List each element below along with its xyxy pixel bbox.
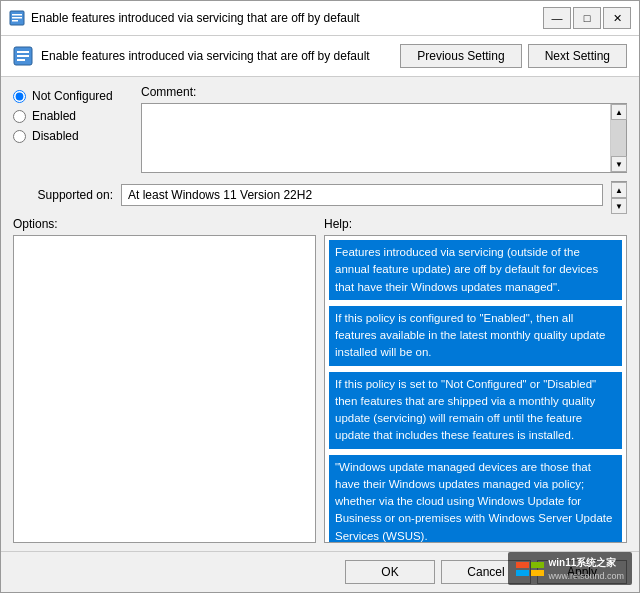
comment-textarea[interactable] (142, 104, 610, 172)
dialog-body: Not Configured Enabled Disabled Comment: (1, 77, 639, 551)
radio-disabled[interactable]: Disabled (13, 129, 133, 143)
help-panel: Help: Features introduced via servicing … (324, 217, 627, 543)
supported-value-wrapper: At least Windows 11 Version 22H2 (121, 184, 603, 206)
svg-rect-2 (12, 17, 22, 19)
dialog-header-buttons: Previous Setting Next Setting (400, 44, 627, 68)
title-bar: Enable features introduced via servicing… (1, 1, 639, 36)
svg-rect-8 (516, 562, 529, 568)
options-panel: Options: (13, 217, 316, 543)
radio-not-configured-input[interactable] (13, 90, 26, 103)
title-bar-controls: — □ ✕ (543, 7, 631, 29)
watermark: win11系统之家 www.relsound.com (508, 552, 632, 585)
dialog-header-title: Enable features introduced via servicing… (41, 49, 392, 63)
comment-scrollbar: ▲ ▼ (610, 104, 626, 172)
help-paragraph-1: Features introduced via servicing (outsi… (329, 240, 622, 300)
radio-disabled-label: Disabled (32, 129, 79, 143)
help-content[interactable]: Features introduced via servicing (outsi… (324, 235, 627, 543)
options-content[interactable] (13, 235, 316, 543)
help-label: Help: (324, 217, 627, 231)
supported-scroll-up[interactable]: ▲ (611, 182, 627, 198)
svg-rect-7 (17, 59, 25, 61)
comment-scroll-up[interactable]: ▲ (611, 104, 627, 120)
title-bar-icon (9, 10, 25, 26)
svg-rect-10 (516, 570, 529, 576)
radio-not-configured[interactable]: Not Configured (13, 89, 133, 103)
radio-group: Not Configured Enabled Disabled (13, 85, 133, 173)
supported-value: At least Windows 11 Version 22H2 (128, 188, 312, 202)
help-paragraph-3: If this policy is set to "Not Configured… (329, 372, 622, 449)
supported-label: Supported on: (13, 188, 113, 202)
supported-row: Supported on: At least Windows 11 Versio… (13, 181, 627, 209)
supported-scrollbar: ▲ ▼ (611, 181, 627, 209)
radio-enabled-label: Enabled (32, 109, 76, 123)
watermark-text: win11系统之家 www.relsound.com (548, 556, 624, 581)
close-button[interactable]: ✕ (603, 7, 631, 29)
dialog-header-icon (13, 46, 33, 66)
maximize-button[interactable]: □ (573, 7, 601, 29)
radio-not-configured-label: Not Configured (32, 89, 113, 103)
options-help-row: Options: Help: Features introduced via s… (13, 217, 627, 543)
svg-rect-11 (531, 570, 544, 576)
svg-rect-5 (17, 51, 29, 53)
radio-enabled[interactable]: Enabled (13, 109, 133, 123)
watermark-logo (516, 562, 544, 576)
radio-enabled-input[interactable] (13, 110, 26, 123)
next-setting-button[interactable]: Next Setting (528, 44, 627, 68)
previous-setting-button[interactable]: Previous Setting (400, 44, 521, 68)
help-paragraph-2: If this policy is configured to "Enabled… (329, 306, 622, 366)
svg-rect-1 (12, 14, 22, 16)
config-section: Not Configured Enabled Disabled Comment: (13, 85, 627, 173)
svg-rect-9 (531, 562, 544, 568)
minimize-button[interactable]: — (543, 7, 571, 29)
comment-scroll-track (611, 120, 626, 156)
watermark-url: www.relsound.com (548, 571, 624, 581)
watermark-site: win11系统之家 (548, 556, 624, 570)
help-paragraph-4: "Windows update managed devices are thos… (329, 455, 622, 544)
comment-scroll-down[interactable]: ▼ (611, 156, 627, 172)
svg-rect-6 (17, 55, 29, 57)
radio-disabled-input[interactable] (13, 130, 26, 143)
svg-rect-3 (12, 20, 18, 22)
title-bar-text: Enable features introduced via servicing… (31, 11, 537, 25)
dialog-header: Enable features introduced via servicing… (1, 36, 639, 77)
options-label: Options: (13, 217, 316, 231)
ok-button[interactable]: OK (345, 560, 435, 584)
comment-section: Comment: ▲ ▼ (141, 85, 627, 173)
comment-label: Comment: (141, 85, 627, 99)
comment-wrapper: ▲ ▼ (141, 103, 627, 173)
supported-scroll-down[interactable]: ▼ (611, 198, 627, 214)
